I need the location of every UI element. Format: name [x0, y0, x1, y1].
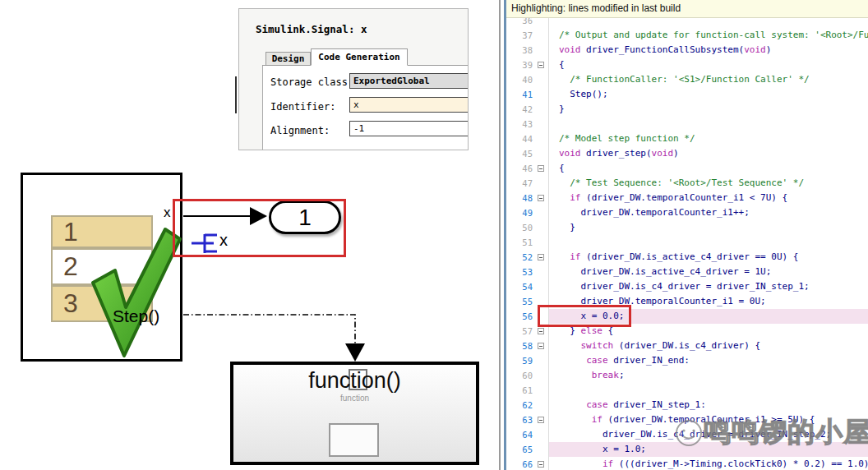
fold-toggle-icon[interactable] [538, 343, 544, 349]
code-text: /* Output and update for function-call s… [559, 28, 868, 43]
identifier-field[interactable]: x [349, 97, 469, 113]
window-separator [499, 0, 501, 470]
line-number: 53 [506, 265, 533, 279]
line-number: 43 [506, 117, 533, 131]
code-line[interactable]: 52 if (driver_DW.is_active_c4_driver == … [506, 250, 868, 265]
code-line[interactable]: 44/* Model step function */ [506, 131, 868, 146]
green-checkmark-icon [86, 222, 185, 362]
code-text: driver_DW.temporalCounter_i1++; [559, 205, 750, 220]
tab-code-generation[interactable]: Code Generation [311, 48, 408, 66]
code-line[interactable]: 43 [506, 117, 868, 131]
code-text: switch (driver_DW.is_c4_driver) { [559, 339, 760, 353]
code-line[interactable]: 48 if (driver_DW.temporalCounter_i1 < 7U… [506, 191, 868, 205]
code-text: } [559, 102, 565, 117]
red-annotation-box-code [538, 305, 631, 327]
fold-toggle-icon[interactable] [538, 62, 544, 68]
code-line[interactable]: 54 driver_DW.is_c4_driver = driver_IN_st… [506, 279, 868, 294]
background-window-edge [235, 76, 237, 113]
code-line[interactable]: 37/* Output and update for function-call… [506, 28, 868, 43]
code-line[interactable]: 62 case driver_IN_step_1: [506, 398, 868, 412]
identifier-label: Identifier: [270, 101, 335, 113]
screenshot-stage: 1 2 3 Step() x 1 x function() function S… [0, 0, 868, 470]
line-number: 51 [506, 235, 533, 250]
code-line[interactable]: 59 case driver_IN_end: [506, 353, 868, 368]
highlighting-status-bar: Highlighting: lines modified in last bui… [506, 0, 868, 18]
code-line[interactable]: 53 driver_DW.is_active_c4_driver = 1U; [506, 265, 868, 279]
fold-toggle-icon[interactable] [538, 254, 544, 260]
code-text: /* FunctionCaller: '<S1>/Function Caller… [559, 72, 810, 87]
line-number: 56 [506, 309, 533, 324]
line-number: 39 [506, 58, 533, 72]
code-line[interactable]: 47 /* Test Sequence: '<Root>/Test Sequen… [506, 176, 868, 191]
code-line[interactable]: 41 Step(); [506, 87, 868, 102]
line-number: 55 [506, 294, 533, 309]
code-text: driver_DW.is_active_c4_driver = 1U; [559, 265, 771, 279]
alignment-field[interactable]: -1 [349, 121, 469, 136]
code-text: void driver_FunctionCallSubsystem(void) [559, 43, 771, 58]
code-line[interactable]: 66 if (((driver_M->Timing.clockTick0) * … [506, 457, 868, 470]
function-call-line[interactable] [183, 309, 367, 362]
line-number: 63 [506, 412, 533, 427]
code-text: case driver_IN_end: [559, 353, 690, 368]
code-line[interactable]: 46{ [506, 161, 868, 176]
code-line[interactable]: 39{ [506, 58, 868, 72]
watermark: 鸣鸣锣的小屋 [674, 414, 868, 451]
code-report-panel: 3637/* Output and update for function-ca… [506, 0, 868, 470]
line-number: 45 [506, 146, 533, 161]
line-number: 65 [506, 442, 533, 457]
tab-design[interactable]: Design [265, 52, 311, 66]
line-number: 48 [506, 191, 533, 205]
code-line[interactable]: 61 [506, 383, 868, 398]
code-line[interactable]: 42} [506, 102, 868, 117]
fold-toggle-icon[interactable] [538, 165, 544, 172]
code-line[interactable]: 38void driver_FunctionCallSubsystem(void… [506, 43, 868, 58]
function-block-inner-rect [329, 423, 379, 457]
line-number: 50 [506, 220, 533, 235]
line-number: 46 [506, 161, 533, 176]
fold-toggle-icon[interactable] [538, 328, 544, 334]
red-annotation-box-signal [173, 199, 346, 257]
code-text: if (driver_DW.temporalCounter_i1 < 7U) { [559, 191, 787, 205]
line-number: 66 [506, 457, 533, 470]
function-call-arrowhead-icon [345, 343, 365, 362]
code-line[interactable]: 60 break; [506, 368, 868, 383]
fold-toggle-icon[interactable] [538, 195, 544, 201]
code-line[interactable]: 58 switch (driver_DW.is_c4_driver) { [506, 339, 868, 353]
code-line[interactable]: 49 driver_DW.temporalCounter_i1++; [506, 205, 868, 220]
code-text: if (driver_DW.is_active_c4_driver == 0U)… [559, 250, 798, 265]
code-text: break; [559, 368, 625, 383]
code-text: Step(); [559, 87, 608, 102]
code-line[interactable]: 40 /* FunctionCaller: '<S1>/Function Cal… [506, 72, 868, 87]
code-line[interactable]: 45void driver_step(void) [506, 146, 868, 161]
code-text: { [559, 58, 565, 72]
line-number: 47 [506, 176, 533, 191]
code-text: { [559, 161, 565, 176]
alignment-label: Alignment: [270, 125, 330, 136]
line-number: 37 [506, 28, 533, 43]
dialog-title: Simulink.Signal: x [256, 23, 367, 35]
step-port-label: Step() [113, 306, 159, 326]
simulink-signal-dialog: Simulink.Signal: x Design Code Generatio… [238, 8, 469, 150]
line-number: 57 [506, 324, 533, 339]
line-number: 58 [506, 339, 533, 353]
code-text: case driver_IN_step_1: [559, 398, 706, 412]
code-text: if (((driver_M->Timing.clockTick0) * 0.2… [559, 457, 868, 470]
fold-toggle-icon[interactable] [538, 461, 544, 468]
line-number: 41 [506, 87, 533, 102]
line-number: 60 [506, 368, 533, 383]
code-line[interactable]: 51 [506, 235, 868, 250]
code-text: driver_DW.is_c4_driver = driver_IN_step_… [559, 279, 810, 294]
line-number: 62 [506, 398, 533, 412]
fold-toggle-icon[interactable] [538, 417, 544, 423]
line-number: 52 [506, 250, 533, 265]
line-number: 40 [506, 72, 533, 87]
watermark-text: 鸣鸣锣的小屋 [704, 414, 868, 451]
watermark-logo-icon [674, 418, 704, 448]
code-line[interactable]: 50 } [506, 220, 868, 235]
line-number: 49 [506, 205, 533, 220]
code-text: } [559, 220, 575, 235]
line-number: 42 [506, 102, 533, 117]
line-number: 54 [506, 279, 533, 294]
storage-class-dropdown[interactable]: ExportedGlobal [349, 73, 469, 89]
output-port-x-label: x [164, 205, 171, 221]
